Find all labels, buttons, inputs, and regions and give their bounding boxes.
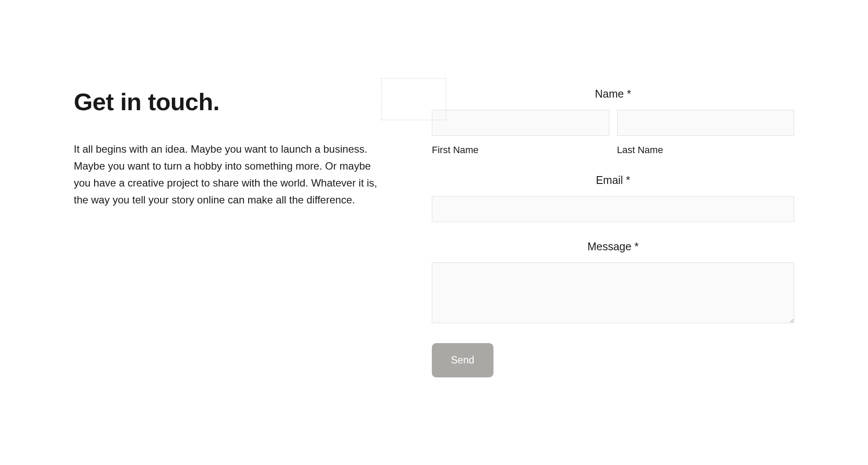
page-title: Get in touch. [74, 88, 378, 115]
intro-column: Get in touch. It all begins with an idea… [74, 87, 378, 377]
email-field-group: Email * [432, 174, 794, 222]
last-name-input[interactable] [617, 110, 795, 136]
first-name-wrap: First Name [432, 110, 609, 156]
email-input[interactable] [432, 196, 794, 222]
message-input[interactable] [432, 262, 794, 323]
message-field-group: Message * [432, 240, 794, 325]
send-button[interactable]: Send [432, 343, 493, 377]
contact-form: Name * First Name Last Name Email * Mess… [432, 87, 794, 377]
name-field-group: Name * First Name Last Name [432, 88, 794, 156]
contact-section: Get in touch. It all begins with an idea… [0, 0, 868, 377]
last-name-sublabel: Last Name [617, 144, 795, 156]
first-name-input[interactable] [432, 110, 609, 136]
empty-placeholder-box [381, 78, 446, 120]
name-label: Name * [432, 88, 794, 100]
email-label: Email * [432, 174, 794, 187]
message-label: Message * [432, 240, 794, 253]
first-name-sublabel: First Name [432, 144, 609, 156]
last-name-wrap: Last Name [617, 110, 795, 156]
intro-paragraph: It all begins with an idea. Maybe you wa… [74, 141, 378, 208]
name-row: First Name Last Name [432, 110, 794, 156]
